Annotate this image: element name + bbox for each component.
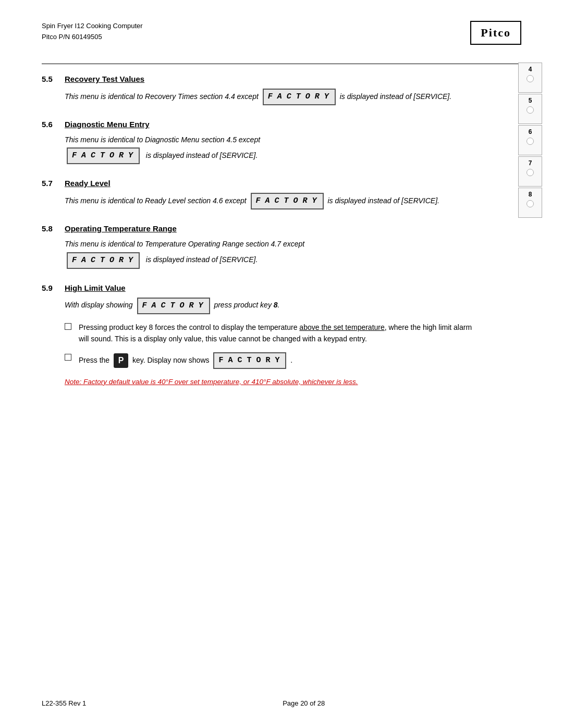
side-button-7: 7: [518, 156, 542, 187]
lcd-factory-59-intro: F A C T O R Y: [137, 298, 210, 314]
section-58-text: This menu is identical to Temperature Op…: [65, 238, 480, 250]
section-55-text: This menu is identical to Recovery Times…: [65, 89, 480, 105]
header-divider: [42, 64, 521, 64]
bullet-square-2: [65, 354, 71, 361]
section-57-title: Ready Level: [65, 179, 111, 188]
bullet-text-1: Pressing product key 8 forces the contro…: [79, 322, 480, 345]
section-57-header: 5.7 Ready Level: [42, 179, 480, 188]
section-56-body: This menu is identical to Diagnostic Men…: [42, 134, 480, 164]
header-text: Spin Fryer I12 Cooking Computer Pitco P/…: [42, 21, 143, 43]
bullet-text-2: Press the P key. Display now shows F A C…: [79, 352, 480, 369]
section-58-num: 5.8: [42, 224, 58, 233]
section-55-header: 5.5 Recovery Test Values: [42, 75, 480, 83]
side-button-4: 4: [518, 63, 542, 93]
section-58-title: Operating Temperature Range: [65, 224, 177, 233]
header-line1: Spin Fryer I12 Cooking Computer: [42, 21, 143, 32]
main-content: 5.5 Recovery Test Values This menu is id…: [42, 75, 480, 387]
section-55-num: 5.5: [42, 75, 58, 83]
side-button-panel: 4 5 6 7 8: [518, 63, 542, 219]
section-57-body: This menu is identical to Ready Level se…: [42, 193, 480, 209]
section-59-body: With display showing F A C T O R Y press…: [42, 298, 480, 387]
button-7-circle: [527, 169, 534, 176]
button-8-circle: [527, 200, 534, 207]
section-57-num: 5.7: [42, 179, 58, 188]
header-line2: Pitco P/N 60149505: [42, 32, 143, 43]
bullet-square-1: [65, 323, 71, 330]
section-57-text: This menu is identical to Ready Level se…: [65, 193, 480, 209]
section-58-text2: F A C T O R Y is displayed instead of [S…: [65, 252, 480, 269]
page-header: Spin Fryer I12 Cooking Computer Pitco P/…: [42, 21, 521, 45]
bullet-item-1: Pressing product key 8 forces the contro…: [65, 322, 480, 345]
section-58-header: 5.8 Operating Temperature Range: [42, 224, 480, 233]
section-55: 5.5 Recovery Test Values This menu is id…: [42, 75, 480, 105]
section-59: 5.9 High Limit Value With display showin…: [42, 283, 480, 387]
section-56-title: Diagnostic Menu Entry: [65, 120, 150, 129]
section-59-bullets: Pressing product key 8 forces the contro…: [65, 322, 480, 369]
footer-center: Page 20 of 28: [283, 699, 325, 707]
pitco-logo: Pitco: [470, 21, 521, 45]
page-footer: L22-355 Rev 1 Page 20 of 28: [42, 699, 521, 707]
footer-left: L22-355 Rev 1: [42, 699, 86, 707]
note-underline: Note: Factory default value is 40°F over…: [65, 378, 358, 386]
p-key-button: P: [114, 353, 128, 368]
side-button-8: 8: [518, 188, 542, 218]
section-59-intro: With display showing F A C T O R Y press…: [65, 298, 480, 314]
side-button-6: 6: [518, 125, 542, 155]
section-55-title: Recovery Test Values: [65, 75, 144, 83]
button-6-circle: [527, 138, 534, 145]
side-button-5: 5: [518, 94, 542, 124]
section-59-title: High Limit Value: [65, 283, 126, 292]
section-58: 5.8 Operating Temperature Range This men…: [42, 224, 480, 268]
button-5-circle: [527, 106, 534, 114]
underline-above-set: above the set temperature: [299, 323, 384, 331]
section-58-body: This menu is identical to Temperature Op…: [42, 238, 480, 268]
section-59-num: 5.9: [42, 283, 58, 292]
button-4-circle: [527, 75, 534, 82]
section-55-body: This menu is identical to Recovery Times…: [42, 89, 480, 105]
bullet-item-2: Press the P key. Display now shows F A C…: [65, 352, 480, 369]
section-56-num: 5.6: [42, 120, 58, 129]
lcd-factory-58: F A C T O R Y: [67, 252, 140, 269]
section-56: 5.6 Diagnostic Menu Entry This menu is i…: [42, 120, 480, 164]
section-57: 5.7 Ready Level This menu is identical t…: [42, 179, 480, 209]
page: Spin Fryer I12 Cooking Computer Pitco P/…: [0, 0, 563, 728]
lcd-factory-56: F A C T O R Y: [67, 147, 140, 164]
lcd-factory-59-bullet2: F A C T O R Y: [213, 352, 286, 369]
section-56-text2: F A C T O R Y is displayed instead of [S…: [65, 147, 480, 164]
section-56-header: 5.6 Diagnostic Menu Entry: [42, 120, 480, 129]
section-56-text: This menu is identical to Diagnostic Men…: [65, 134, 480, 145]
lcd-factory-57: F A C T O R Y: [251, 193, 324, 209]
section-59-note: Note: Factory default value is 40°F over…: [65, 376, 480, 388]
section-59-header: 5.9 High Limit Value: [42, 283, 480, 292]
lcd-factory-55: F A C T O R Y: [263, 89, 336, 105]
